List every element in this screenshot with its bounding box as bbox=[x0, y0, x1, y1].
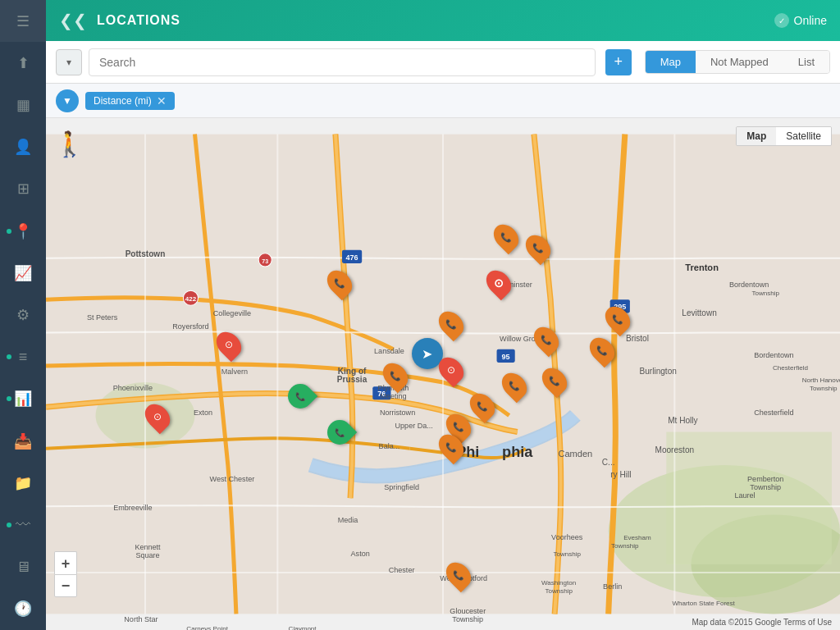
sidebar-item-grid[interactable]: ⊞ bbox=[0, 168, 46, 210]
svg-text:Embreeville: Embreeville bbox=[113, 504, 152, 512]
upload-icon: ⬆ bbox=[17, 54, 30, 72]
map-pin-5[interactable]: 📞 bbox=[441, 310, 462, 338]
map-pin-2[interactable]: 📞 bbox=[495, 223, 517, 251]
page-title: LOCATIONS bbox=[97, 13, 774, 28]
map-pin-7[interactable]: 📞 bbox=[385, 362, 406, 390]
map-pin-13[interactable]: 📞 bbox=[544, 367, 565, 395]
svg-text:Norristown: Norristown bbox=[380, 409, 415, 417]
sidebar-item-list[interactable]: ≡ bbox=[0, 336, 46, 378]
svg-text:Pemberton: Pemberton bbox=[747, 475, 783, 483]
dot-indicator bbox=[7, 396, 11, 401]
close-icon[interactable]: ✕ bbox=[157, 95, 167, 107]
sidebar-item-monitor[interactable]: 🖥 bbox=[0, 546, 46, 588]
svg-text:Prussia: Prussia bbox=[337, 375, 368, 384]
inbox-icon: 📥 bbox=[14, 432, 32, 450]
grid-icon: ⊞ bbox=[17, 180, 30, 198]
sidebar-item-dashboard[interactable]: ▦ bbox=[0, 84, 46, 126]
status-container: ✓ Online bbox=[774, 13, 827, 28]
sidebar-item-trend[interactable]: 〰 bbox=[0, 504, 46, 546]
svg-text:Upper Da...: Upper Da... bbox=[395, 422, 433, 430]
sidebar-item-people[interactable]: 👤 bbox=[0, 126, 46, 168]
chart-line-icon: 📈 bbox=[14, 264, 32, 282]
sidebar-item-settings[interactable]: ⚙ bbox=[0, 294, 46, 336]
map-pin-11[interactable]: 📞 bbox=[591, 336, 613, 364]
search-input[interactable] bbox=[89, 48, 596, 76]
filter-bar: ▼ Distance (mi) ✕ bbox=[46, 84, 840, 118]
zoom-out-button[interactable]: − bbox=[54, 574, 77, 597]
svg-text:Township: Township bbox=[611, 542, 639, 550]
map-type-satellite-button[interactable]: Satellite bbox=[776, 127, 831, 145]
filter-chip-distance[interactable]: Distance (mi) ✕ bbox=[85, 92, 175, 110]
svg-text:Evesham: Evesham bbox=[623, 534, 651, 541]
svg-text:Royersford: Royersford bbox=[172, 322, 208, 331]
svg-text:Wharton State Forest: Wharton State Forest bbox=[672, 600, 735, 607]
map-pin-12[interactable]: 📞 bbox=[607, 305, 628, 333]
svg-text:422: 422 bbox=[185, 295, 197, 303]
svg-text:Pottstown: Pottstown bbox=[126, 249, 166, 258]
svg-text:Carneys Point: Carneys Point bbox=[186, 625, 228, 630]
svg-text:Square: Square bbox=[135, 551, 159, 559]
streetview-button[interactable]: 🚶 bbox=[54, 130, 84, 158]
map-pin-8[interactable]: 📞 bbox=[472, 392, 493, 420]
chevron-down-icon: ▾ bbox=[66, 57, 71, 68]
tab-not-mapped[interactable]: Not Mapped bbox=[696, 51, 783, 73]
tab-list[interactable]: List bbox=[783, 51, 829, 73]
folder-icon: 📁 bbox=[14, 474, 32, 492]
sidebar-item-upload[interactable]: ⬆ bbox=[0, 42, 46, 84]
svg-text:Bristol: Bristol bbox=[626, 334, 649, 343]
svg-text:phia: phia bbox=[502, 444, 533, 460]
zoom-in-button[interactable]: + bbox=[54, 551, 77, 574]
svg-text:Berlin: Berlin bbox=[603, 582, 622, 591]
svg-text:Meeting: Meeting bbox=[380, 392, 406, 400]
svg-text:Burlington: Burlington bbox=[639, 367, 676, 376]
svg-text:476: 476 bbox=[346, 253, 358, 262]
map-type-map-button[interactable]: Map bbox=[737, 127, 776, 145]
filter-dropdown-button[interactable]: ▾ bbox=[56, 49, 82, 75]
svg-text:Bala...: Bala... bbox=[379, 442, 400, 450]
map-pin-14[interactable]: 📞 bbox=[504, 372, 525, 399]
monitor-icon: 🖥 bbox=[16, 559, 30, 576]
sidebar: ☰ ⬆ ▦ 👤 ⊞ 📍 📈 ⚙ ≡ 📊 📥 📁 〰 🖥 🕐 bbox=[0, 0, 46, 630]
svg-text:Phoenixville: Phoenixville bbox=[113, 384, 153, 392]
sidebar-item-barchart[interactable]: 📊 bbox=[0, 378, 46, 420]
settings-icon: ⚙ bbox=[16, 306, 30, 324]
map-pin-16[interactable]: ⊙ bbox=[147, 403, 168, 431]
svg-text:Lansdale: Lansdale bbox=[374, 347, 404, 355]
menu-icon: ☰ bbox=[16, 12, 30, 30]
svg-text:Township: Township bbox=[750, 483, 781, 491]
svg-text:Township: Township bbox=[545, 587, 573, 595]
clock-icon: 🕐 bbox=[14, 600, 32, 618]
map-pin-18[interactable]: 📞 bbox=[448, 561, 469, 589]
map-pin-17[interactable]: 📞 bbox=[441, 433, 462, 461]
svg-text:Bordentown: Bordentown bbox=[729, 281, 769, 289]
map-container[interactable]: 95 76 476 295 422 73 Pottstown St Peters… bbox=[46, 118, 840, 630]
map-pin-3[interactable]: ⊙ bbox=[488, 269, 509, 297]
view-tabs: Map Not Mapped List bbox=[645, 50, 830, 74]
map-pin-10[interactable]: 📞 bbox=[536, 326, 557, 354]
sidebar-item-menu[interactable]: ☰ bbox=[0, 0, 46, 42]
map-pin-6[interactable]: ⊙ bbox=[441, 356, 462, 384]
svg-text:Chesterfield: Chesterfield bbox=[773, 364, 808, 372]
active-indicator bbox=[7, 229, 11, 234]
tab-map[interactable]: Map bbox=[646, 51, 696, 73]
svg-text:Springfield: Springfield bbox=[384, 483, 419, 491]
sidebar-item-chart[interactable]: 📈 bbox=[0, 252, 46, 294]
svg-text:North Hanover: North Hanover bbox=[802, 377, 840, 384]
svg-text:Township: Township bbox=[751, 290, 779, 297]
map-pin-15[interactable]: ⊙ bbox=[218, 331, 240, 358]
svg-text:Levittown: Levittown bbox=[682, 308, 717, 317]
map-pin-4[interactable]: 📞 bbox=[527, 234, 549, 262]
filter-icon-button[interactable]: ▼ bbox=[56, 89, 79, 112]
sidebar-item-folder[interactable]: 📁 bbox=[0, 462, 46, 504]
add-location-button[interactable]: + bbox=[605, 49, 632, 75]
sidebar-item-clock[interactable]: 🕐 bbox=[0, 588, 46, 630]
sidebar-item-inbox[interactable]: 📥 bbox=[0, 420, 46, 462]
map-pin-green-1[interactable]: 📞 bbox=[288, 384, 313, 415]
svg-text:Malvern: Malvern bbox=[221, 368, 248, 376]
map-pin-green-2[interactable]: 📞 bbox=[327, 420, 352, 451]
sidebar-item-location[interactable]: 📍 bbox=[0, 210, 46, 252]
zoom-controls: + − bbox=[54, 551, 77, 597]
back-button[interactable]: ❮❮ bbox=[59, 11, 87, 30]
map-pin-1[interactable]: 📞 bbox=[329, 269, 350, 297]
svg-text:Aston: Aston bbox=[351, 550, 370, 558]
